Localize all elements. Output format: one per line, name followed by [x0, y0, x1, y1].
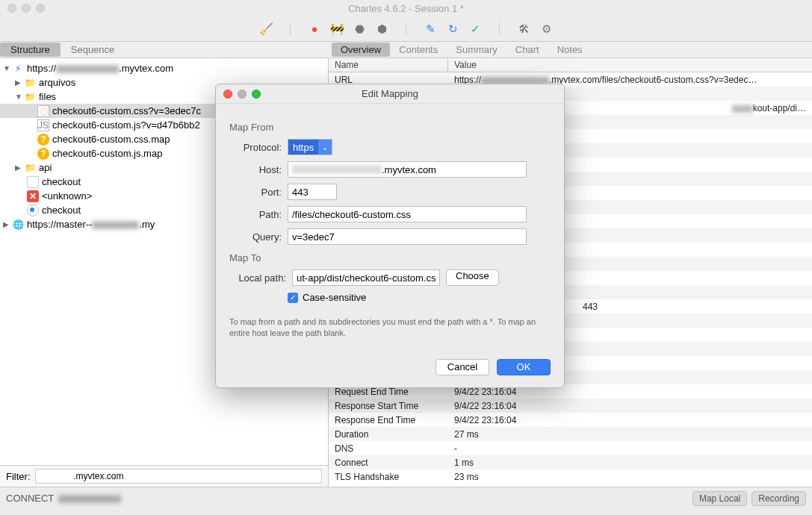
protocol-value: https: [288, 140, 318, 154]
folder-icon: 📁: [24, 91, 36, 103]
globe-icon: 🌐: [12, 219, 24, 231]
row-value: 9/4/22 23:16:04: [448, 401, 812, 411]
hex-icon[interactable]: ⬢: [374, 22, 389, 37]
tree-host[interactable]: ▼ ⚡︎ https://▮▮▮▮▮▮▮▮▮▮▮▮.myvtex.com: [0, 61, 328, 75]
dialog-titlebar: Edit Mapping: [216, 84, 564, 104]
folder-label: files: [39, 91, 56, 102]
breakpoints-icon[interactable]: ⬣: [352, 22, 367, 37]
tree-item-label: checkout6-custom.js.map: [52, 148, 162, 159]
status-map-local[interactable]: Map Local: [692, 491, 747, 506]
status-connect: CONNECT: [6, 493, 54, 504]
folder-icon: 📁: [24, 162, 36, 174]
row-name: Response End Time: [329, 415, 448, 425]
row-value: 9/4/22 23:16:04: [448, 415, 812, 425]
tree-item-label: checkout6-custom.css.map: [52, 134, 170, 145]
row-value: 23 ms: [448, 472, 812, 482]
query-input[interactable]: [288, 228, 527, 245]
tab-structure[interactable]: Structure: [0, 43, 61, 57]
chevron-updown-icon: ⌄: [318, 140, 332, 154]
row-value: 1 ms: [448, 458, 812, 468]
checkbox-label: Case-sensitive: [303, 292, 366, 303]
folder-label: arquivos: [39, 77, 75, 88]
path-label: Path:: [229, 209, 282, 220]
col-name[interactable]: Name: [329, 58, 448, 72]
row-name: DNS: [329, 443, 448, 454]
host-suffix: .myvtex.com: [119, 63, 173, 74]
filter-label: Filter:: [6, 471, 31, 482]
port-input[interactable]: [288, 184, 337, 200]
row-name: TLS Handshake: [329, 472, 448, 482]
ok-button[interactable]: OK: [497, 359, 551, 375]
tab-sequence[interactable]: Sequence: [61, 43, 125, 57]
port-label: Port:: [229, 187, 282, 198]
local-path-input[interactable]: [292, 269, 440, 286]
record-icon[interactable]: ●: [307, 22, 322, 37]
tools-icon[interactable]: 🛠: [516, 22, 531, 37]
row-value: -: [448, 443, 812, 454]
file-icon: [27, 176, 39, 188]
row-name: Duration: [329, 429, 448, 440]
compose-icon[interactable]: ✎: [423, 22, 438, 37]
detail-columns: Name Value: [329, 58, 812, 72]
pending-file-icon: [27, 205, 39, 216]
tab-chart[interactable]: Chart: [506, 43, 548, 57]
tab-summary[interactable]: Summary: [447, 43, 506, 57]
host-input[interactable]: .myvtex.com: [288, 161, 527, 178]
settings-icon[interactable]: ⚙: [539, 22, 554, 37]
status-recording[interactable]: Recording: [751, 491, 806, 506]
toolbar: 🧹 ● 🚧 ⬣ ⬢ ✎ ↻ ✓ 🛠 ⚙: [0, 16, 812, 42]
row-name: Connect: [329, 458, 448, 468]
tab-overview[interactable]: Overview: [332, 43, 390, 57]
hint-text: To map from a path and its subdirectorie…: [229, 316, 551, 340]
css-file-icon: ◌: [37, 105, 49, 117]
tab-notes[interactable]: Notes: [548, 43, 592, 57]
edit-mapping-dialog: Edit Mapping Map From Protocol: https ⌄ …: [215, 84, 565, 388]
dialog-title: Edit Mapping: [216, 88, 564, 99]
js-file-icon: JS: [37, 119, 49, 131]
status-bar: CONNECT ▮▮▮▮▮▮▮▮▮▮▮▮ Map Local Recording: [0, 487, 812, 509]
session-icon: ⚡︎: [12, 63, 24, 75]
choose-button[interactable]: Choose: [446, 269, 499, 286]
validate-icon[interactable]: ✓: [468, 22, 483, 37]
col-value[interactable]: Value: [448, 58, 483, 72]
unknown-file-icon: ?: [37, 134, 49, 146]
map-from-label: Map From: [229, 122, 551, 133]
protocol-label: Protocol:: [229, 142, 282, 153]
window-titlebar: Charles 4.6.2 - Session 1 *: [0, 0, 812, 16]
map-to-label: Map To: [229, 252, 551, 263]
filter-input[interactable]: [35, 469, 323, 484]
unknown-file-icon: ?: [37, 148, 49, 160]
tree-item-label: <unknown>: [42, 190, 92, 202]
path-input[interactable]: [288, 206, 527, 222]
tree-item-label: checkout: [42, 176, 81, 187]
broom-icon[interactable]: 🧹: [258, 22, 273, 37]
tree-item-label: checkout6-custom.css?v=3edec7c: [52, 105, 201, 116]
window-title: Charles 4.6.2 - Session 1 *: [0, 3, 812, 14]
query-label: Query:: [229, 231, 282, 243]
case-sensitive-checkbox[interactable]: ✓ Case-sensitive: [288, 292, 551, 303]
tree-item-label: checkout: [42, 205, 81, 216]
row-value: 27 ms: [448, 429, 812, 440]
folder-label: api: [39, 162, 52, 173]
throttle-icon[interactable]: 🚧: [329, 22, 344, 37]
repeat-icon[interactable]: ↻: [445, 22, 460, 37]
cancel-button[interactable]: Cancel: [436, 359, 489, 375]
protocol-select[interactable]: https ⌄: [288, 139, 332, 155]
host-label: Host:: [229, 164, 282, 175]
filter-bar: Filter:: [0, 465, 328, 487]
folder-icon: 📁: [24, 77, 36, 89]
local-path-label: Local path:: [229, 272, 286, 284]
row-name: Response Start Time: [329, 401, 448, 411]
tab-contents[interactable]: Contents: [390, 43, 447, 57]
tree-item-label: checkout6-custom.js?v=d47b6bb2: [52, 119, 200, 131]
checkbox-checked-icon: ✓: [288, 293, 298, 303]
error-file-icon: ✕: [27, 190, 39, 202]
